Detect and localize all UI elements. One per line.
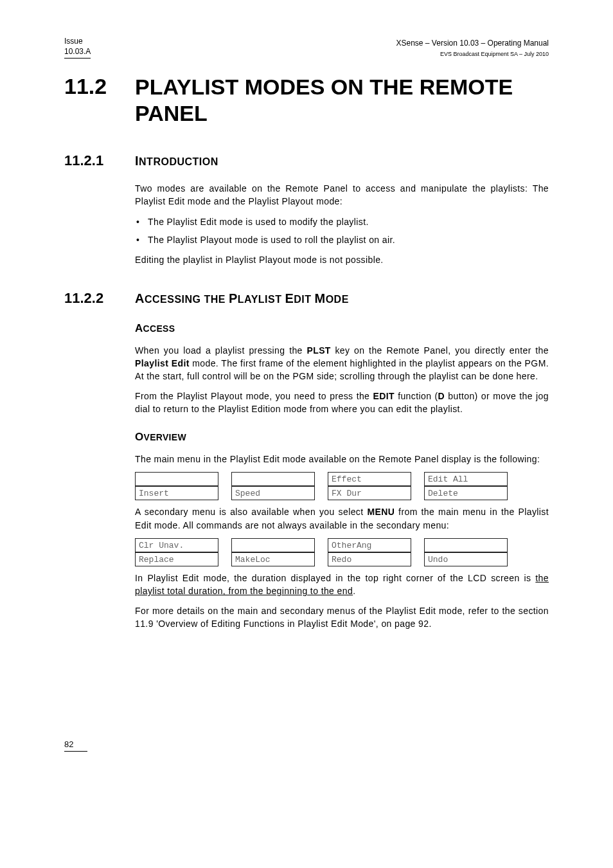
menu-gap: [411, 538, 424, 552]
menu-gap: [218, 538, 231, 552]
menu-cell: MakeLoc: [231, 552, 315, 566]
menu-cell: [424, 538, 508, 552]
issue-value: 10.03.A: [64, 47, 91, 56]
menu-gap: [218, 486, 231, 500]
menu-cell: OtherAng: [328, 538, 411, 552]
menu-gap: [411, 552, 424, 566]
page-header: Issue 10.03.A XSense – Version 10.03 – O…: [64, 36, 549, 59]
header-doc-info: XSense – Version 10.03 – Operating Manua…: [396, 39, 549, 59]
overview-p4: For more details on the main and seconda…: [135, 604, 549, 631]
intro-p1: Two modes are available on the Remote Pa…: [135, 182, 549, 208]
access-content: When you load a playlist pressing the PL…: [135, 344, 549, 415]
heading-3-access: ACCESS: [135, 322, 549, 335]
menu-cell: [135, 472, 218, 486]
menu-gap: [411, 486, 424, 500]
doc-title: XSense – Version 10.03 – Operating Manua…: [396, 39, 549, 48]
h2-title: INTRODUCTION: [135, 154, 218, 168]
heading-1: 11.2 PLAYLIST MODES ON THE REMOTE PANEL: [64, 74, 549, 127]
heading-2-intro: 11.2.1 INTRODUCTION: [64, 152, 549, 169]
intro-p2: Editing the playlist in Playlist Playout…: [135, 253, 549, 266]
access-p1: When you load a playlist pressing the PL…: [135, 344, 549, 383]
heading-2-access: 11.2.2 ACCESSING THE PLAYLIST EDIT MODE: [64, 290, 549, 307]
h2-number: 11.2.2: [64, 290, 121, 307]
bullet-playout-mode: The Playlist Playout mode is used to rol…: [135, 233, 549, 247]
intro-bullets: The Playlist Edit mode is used to modify…: [135, 215, 549, 248]
doc-subtitle: EVS Broadcast Equipment SA – July 2010: [440, 51, 549, 57]
header-issue: Issue 10.03.A: [64, 36, 91, 59]
h2-title: ACCESSING THE PLAYLIST EDIT MODE: [135, 291, 349, 306]
menu-cell: Edit All: [424, 472, 508, 486]
menu-cell: Insert: [135, 486, 218, 500]
menu-gap: [218, 552, 231, 566]
access-p2: From the Playlist Playout mode, you need…: [135, 390, 549, 416]
issue-label: Issue: [64, 37, 83, 46]
bullet-edit-mode: The Playlist Edit mode is used to modify…: [135, 215, 549, 229]
h2-number: 11.2.1: [64, 152, 121, 169]
section-intro-content: Two modes are available on the Remote Pa…: [135, 182, 549, 267]
overview-p3: In Playlist Edit mode, the duration disp…: [135, 572, 549, 598]
menu-cell: Redo: [328, 552, 411, 566]
heading-3-overview: OVERVIEW: [135, 431, 549, 444]
menu-cell: Delete: [424, 486, 508, 500]
menu-cell: Undo: [424, 552, 508, 566]
menu-table-secondary: Clr Unav. OtherAng Replace MakeLoc Redo …: [135, 538, 508, 566]
menu-gap: [411, 472, 424, 486]
menu-cell: Speed: [231, 486, 315, 500]
menu-table-primary: Effect Edit All Insert Speed FX Dur Dele…: [135, 472, 508, 500]
page-number: 82: [64, 739, 87, 752]
menu-cell: Clr Unav.: [135, 538, 218, 552]
menu-gap: [315, 538, 328, 552]
h1-title: PLAYLIST MODES ON THE REMOTE PANEL: [135, 74, 549, 127]
menu-cell: [231, 472, 315, 486]
overview-p1: The main menu in the Playlist Edit mode …: [135, 453, 549, 466]
menu-gap: [218, 472, 231, 486]
menu-cell: Replace: [135, 552, 218, 566]
menu-cell: Effect: [328, 472, 411, 486]
menu-cell: FX Dur: [328, 486, 411, 500]
menu-gap: [315, 552, 328, 566]
overview-p2: A secondary menu is also available when …: [135, 505, 549, 532]
menu-gap: [315, 472, 328, 486]
menu-cell: [231, 538, 315, 552]
h1-number: 11.2: [64, 74, 121, 99]
menu-gap: [315, 486, 328, 500]
overview-content: The main menu in the Playlist Edit mode …: [135, 453, 549, 630]
